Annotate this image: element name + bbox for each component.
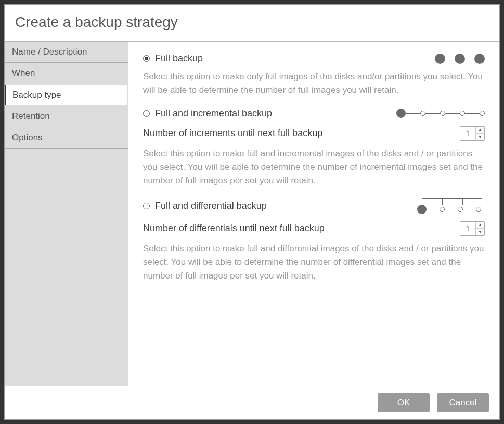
incremental-backup-description: Select this option to make full and incr… (143, 147, 485, 188)
increments-value: 1 (460, 127, 476, 140)
sidebar-item-when[interactable]: When (5, 63, 128, 84)
increments-up-icon[interactable]: ▲ (476, 127, 484, 134)
increments-down-icon[interactable]: ▼ (476, 134, 484, 140)
sidebar-item-retention[interactable]: Retention (5, 106, 128, 127)
radio-icon (143, 110, 150, 117)
radio-differential-label: Full and differential backup (155, 201, 267, 211)
sidebar-item-backup-type[interactable]: Backup type (5, 85, 127, 105)
full-backup-description: Select this option to make only full ima… (143, 70, 485, 98)
sidebar-item-options[interactable]: Options (5, 127, 128, 149)
radio-icon (143, 55, 150, 62)
wizard-sidebar: Name / Description When Backup type Rete… (5, 42, 128, 386)
dialog-footer: OK Cancel (5, 386, 499, 419)
dialog-header: Create a backup strategy (5, 5, 499, 42)
radio-full-backup[interactable]: Full backup (143, 53, 203, 64)
radio-icon (143, 203, 150, 209)
create-backup-strategy-dialog: Create a backup strategy Name / Descript… (4, 4, 500, 420)
option-differential-backup: Full and differential backup (143, 198, 485, 283)
differentials-spinner-label: Number of differentials until next full … (143, 223, 325, 234)
ok-button[interactable]: OK (378, 393, 430, 412)
incremental-backup-icon (396, 109, 485, 118)
backup-type-content: Full backup Select this option to make o… (128, 42, 499, 386)
differentials-down-icon[interactable]: ▼ (476, 229, 484, 235)
increments-spinner[interactable]: 1 ▲ ▼ (460, 126, 485, 141)
option-incremental-backup: Full and incremental backup Number of in… (143, 108, 485, 188)
cancel-button[interactable]: Cancel (437, 393, 489, 412)
dialog-body: Name / Description When Backup type Rete… (5, 42, 499, 386)
full-backup-icon (435, 54, 485, 64)
dialog-title: Create a backup strategy (15, 14, 489, 31)
differentials-spinner[interactable]: 1 ▲ ▼ (460, 221, 485, 236)
differentials-up-icon[interactable]: ▲ (476, 222, 484, 229)
radio-incremental-label: Full and incremental backup (155, 108, 272, 119)
radio-differential-backup[interactable]: Full and differential backup (143, 201, 267, 211)
option-full-backup: Full backup Select this option to make o… (143, 53, 485, 98)
differential-backup-description: Select this option to make full and diff… (143, 242, 485, 283)
radio-full-label: Full backup (155, 53, 203, 64)
increments-spinner-label: Number of increments until next full bac… (143, 128, 322, 139)
radio-incremental-backup[interactable]: Full and incremental backup (143, 108, 272, 119)
sidebar-item-name-description[interactable]: Name / Description (5, 42, 128, 63)
differentials-value: 1 (460, 222, 476, 235)
differential-backup-icon (417, 198, 485, 214)
